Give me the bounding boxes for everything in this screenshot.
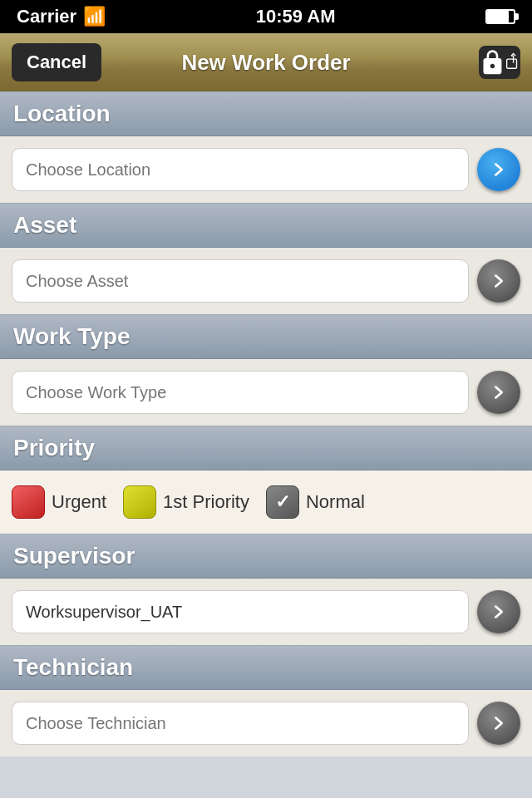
svg-rect-0 — [507, 59, 517, 68]
supervisor-label: Supervisor — [13, 543, 135, 569]
carrier-label: Carrier 📶 — [17, 6, 106, 27]
asset-input[interactable] — [12, 259, 469, 303]
priority-section-content: Urgent 1st Priority ✓ Normal — [0, 470, 532, 534]
urgent-icon — [12, 485, 45, 519]
normal-icon: ✓ — [266, 485, 299, 519]
battery-icon — [485, 9, 515, 24]
supervisor-arrow-button[interactable] — [477, 590, 520, 633]
location-section-header: Location — [0, 91, 532, 136]
cancel-button[interactable]: Cancel — [12, 43, 101, 81]
chevron-right-icon — [490, 160, 508, 179]
technician-label: Technician — [13, 654, 133, 680]
work-type-input[interactable] — [12, 371, 469, 414]
chevron-right-icon — [490, 383, 508, 401]
checkmark-icon: ✓ — [275, 491, 290, 513]
chevron-right-icon — [490, 714, 508, 732]
share-icon — [479, 49, 506, 76]
status-bar: Carrier 📶 10:59 AM — [0, 0, 532, 33]
supervisor-section-content — [0, 579, 532, 645]
location-input[interactable] — [12, 148, 469, 191]
urgent-label: Urgent — [52, 491, 106, 513]
priority-label: Priority — [13, 435, 95, 461]
technician-arrow-button[interactable] — [477, 702, 520, 745]
priority-normal-option[interactable]: ✓ Normal — [266, 485, 365, 519]
location-arrow-button[interactable] — [477, 148, 520, 191]
technician-input[interactable] — [12, 702, 469, 745]
asset-section-content — [0, 248, 532, 314]
work-type-label: Work Type — [13, 323, 131, 349]
work-type-section-header: Work Type — [0, 314, 532, 359]
first-priority-label: 1st Priority — [163, 491, 249, 513]
priority-first-option[interactable]: 1st Priority — [123, 485, 249, 519]
supervisor-input[interactable] — [12, 590, 469, 633]
asset-label: Asset — [13, 212, 76, 238]
supervisor-section-header: Supervisor — [0, 534, 532, 579]
asset-arrow-button[interactable] — [477, 259, 520, 303]
share-button[interactable] — [479, 46, 520, 79]
page-title: New Work Order — [181, 50, 350, 76]
priority-section-header: Priority — [0, 426, 532, 470]
first-priority-icon — [123, 485, 156, 519]
technician-section-content — [0, 690, 532, 756]
nav-bar: Cancel New Work Order — [0, 33, 532, 91]
work-type-arrow-button[interactable] — [477, 371, 520, 414]
location-label: Location — [13, 101, 111, 126]
normal-label: Normal — [306, 491, 365, 513]
share-icon-box — [506, 52, 520, 73]
asset-section-header: Asset — [0, 203, 532, 248]
chevron-right-icon — [490, 272, 508, 290]
wifi-icon: 📶 — [83, 6, 106, 27]
clock: 10:59 AM — [256, 6, 336, 27]
priority-urgent-option[interactable]: Urgent — [12, 485, 106, 519]
location-section-content — [0, 136, 532, 203]
technician-section-header: Technician — [0, 645, 532, 690]
work-type-section-content — [0, 359, 532, 426]
chevron-right-icon — [490, 603, 508, 621]
